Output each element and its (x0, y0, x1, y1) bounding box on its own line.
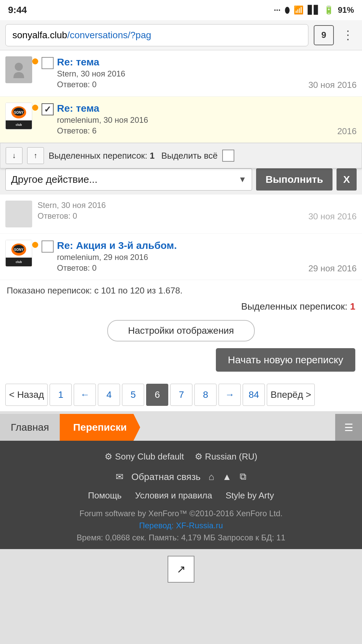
list-item: Re: тема Stern, 30 ноя 2016 Ответов: 0 3… (0, 50, 362, 97)
up-icon[interactable]: ▲ (222, 472, 232, 482)
url-bar[interactable]: sonyalfa.club/conversations/?pag (5, 24, 308, 46)
feedback-label[interactable]: Обратная связь (131, 472, 200, 482)
page-8-btn[interactable]: 8 (194, 384, 217, 406)
reply-count: Ответов: 0 (57, 80, 97, 90)
help-link[interactable]: Помощь (88, 490, 122, 501)
url-text: sonyalfa.club/conversations/?pag (12, 30, 151, 41)
page-prev-btn[interactable]: ← (74, 384, 96, 406)
display-settings-button[interactable]: Настройки отображения (107, 320, 255, 341)
conv-meta: Stern, 30 ноя 2016 (38, 201, 357, 210)
conv-date: 29 ноя 2016 (308, 263, 357, 274)
page-back-btn[interactable]: < Назад (5, 384, 48, 406)
page-7-btn[interactable]: 7 (170, 384, 192, 406)
rules-link[interactable]: Условия и правила (135, 490, 212, 501)
page-forward-btn[interactable]: Вперёд > (267, 384, 315, 406)
selected-info: Выделенных переписок: 1 (0, 299, 362, 315)
bluetooth-icon: ⬮ (285, 5, 290, 15)
avatar: SONY club (5, 103, 32, 129)
footer-setting-1[interactable]: ⚙ Sony Club default (105, 451, 184, 462)
toolbar-overlay: ↓ ↑ Выделенных переписок: 1 Выделить всё (0, 143, 362, 168)
footer-setting-2[interactable]: ⚙ Russian (RU) (195, 451, 257, 462)
action-dropdown[interactable]: Другое действие... ▼ (5, 168, 252, 191)
main-content: Re: тема Stern, 30 ноя 2016 Ответов: 0 3… (0, 50, 362, 411)
conv-footer: Ответов: 6 2016 (57, 126, 357, 137)
action-row: Другое действие... ▼ Выполнить X (0, 168, 362, 195)
nav-conversations[interactable]: Переписки (60, 414, 140, 441)
conv-title[interactable]: Re: тема (57, 103, 357, 114)
page-next-btn[interactable]: → (219, 384, 241, 406)
svg-text:SONY: SONY (14, 248, 24, 252)
svg-point-0 (15, 63, 23, 71)
bottom-nav: Главная Переписки ☰ (0, 414, 362, 441)
conv-meta: romelenium, 30 ноя 2016 (57, 115, 357, 125)
select-all-checkbox[interactable] (222, 150, 234, 162)
browser-menu-icon[interactable]: ⋮ (339, 28, 357, 42)
hamburger-menu-btn[interactable]: ☰ (335, 414, 362, 441)
site-footer: ⚙ Sony Club default ⚙ Russian (RU) ✉ Обр… (0, 441, 362, 549)
tab-count-badge[interactable]: 9 (314, 25, 334, 45)
conv-checkbox[interactable]: ✓ (42, 103, 54, 115)
conv-body: Re: тема romelenium, 30 ноя 2016 Ответов… (57, 103, 357, 137)
signal-icon: ▋▋ (308, 5, 320, 15)
status-time: 9:44 (8, 5, 27, 15)
battery-icon: 🔋 (324, 5, 334, 15)
list-item: SONY club ✓ Re: тема romelenium, 30 ноя … (0, 97, 362, 143)
reply-count: Ответов: 0 (38, 211, 77, 222)
page-5-btn[interactable]: 5 (122, 384, 144, 406)
avatar (5, 201, 32, 227)
conv-date: 30 ноя 2016 (308, 211, 357, 222)
footer-settings-row: ⚙ Sony Club default ⚙ Russian (RU) (7, 451, 355, 462)
select-all-label: Выделить всё (161, 151, 218, 161)
page-info: Показано переписок: с 101 по 120 из 1.67… (0, 280, 362, 299)
home-icon[interactable]: ⌂ (208, 472, 214, 482)
reply-count: Ответов: 0 (57, 263, 97, 274)
conv-date: 2016 (337, 126, 357, 137)
feedback-icon: ✉ (116, 471, 123, 482)
style-link[interactable]: Style by Arty (226, 490, 274, 501)
conv-footer: Ответов: 0 29 ноя 2016 (57, 263, 357, 274)
footer-translation[interactable]: Перевод: XF-Russia.ru (7, 521, 355, 530)
page-1-btn[interactable]: 1 (50, 384, 72, 406)
ext-link-icon: ↗ (177, 563, 186, 576)
conv-meta: romelenium, 29 ноя 2016 (57, 253, 357, 262)
close-button[interactable]: X (337, 168, 357, 191)
page-84-btn[interactable]: 84 (243, 384, 265, 406)
footer-stats: Время: 0,0868 сек. Память: 4,179 МБ Запр… (7, 533, 355, 542)
conv-footer: Ответов: 0 30 ноя 2016 (57, 80, 357, 90)
conv-title[interactable]: Re: тема (57, 56, 357, 68)
rss-icon[interactable]: ⧉ (240, 471, 246, 482)
dropdown-arrow-icon: ▼ (238, 175, 246, 184)
unread-dot (32, 58, 38, 64)
page-6-btn[interactable]: 6 (146, 384, 168, 406)
avatar: SONY club (5, 240, 32, 267)
conv-checkbox[interactable] (42, 57, 54, 69)
conv-body: Re: Акция и 3-й альбом. romelenium, 29 н… (57, 240, 357, 274)
svg-text:club: club (16, 260, 22, 264)
status-icons: ··· ⬮ 📶 ▋▋ 🔋 91% (274, 5, 354, 15)
page-4-btn[interactable]: 4 (98, 384, 120, 406)
conv-meta: Stern, 30 ноя 2016 (57, 69, 357, 78)
gear-icon: ⚙ (195, 451, 202, 462)
conv-date: 30 ноя 2016 (308, 80, 357, 90)
unread-dot (32, 105, 38, 111)
nav-up-btn[interactable]: ↑ (27, 147, 44, 164)
nav-home[interactable]: Главная (0, 414, 60, 441)
unread-dot (32, 242, 38, 248)
ext-link-button[interactable]: ↗ (168, 556, 194, 583)
execute-button[interactable]: Выполнить (256, 168, 333, 191)
list-item: Stern, 30 ноя 2016 Ответов: 0 30 ноя 201… (0, 195, 362, 234)
battery-percent: 91% (338, 5, 354, 15)
new-conversation-button[interactable]: Начать новую переписку (216, 348, 355, 372)
conv-title[interactable]: Re: Акция и 3-й альбом. (57, 240, 357, 251)
ext-link-bar: ↗ (0, 549, 362, 589)
svg-text:SONY: SONY (14, 111, 24, 114)
reply-count: Ответов: 6 (57, 126, 97, 137)
nav-down-btn[interactable]: ↓ (6, 147, 22, 164)
conv-checkbox[interactable] (42, 240, 54, 253)
pagination: < Назад 1 ← 4 5 6 7 8 → 84 Вперёд > (0, 378, 362, 411)
avatar (5, 56, 32, 83)
gear-icon: ⚙ (105, 451, 112, 462)
browser-bar: sonyalfa.club/conversations/?pag 9 ⋮ (0, 20, 362, 50)
svg-text:club: club (16, 123, 22, 126)
status-bar: 9:44 ··· ⬮ 📶 ▋▋ 🔋 91% (0, 0, 362, 20)
